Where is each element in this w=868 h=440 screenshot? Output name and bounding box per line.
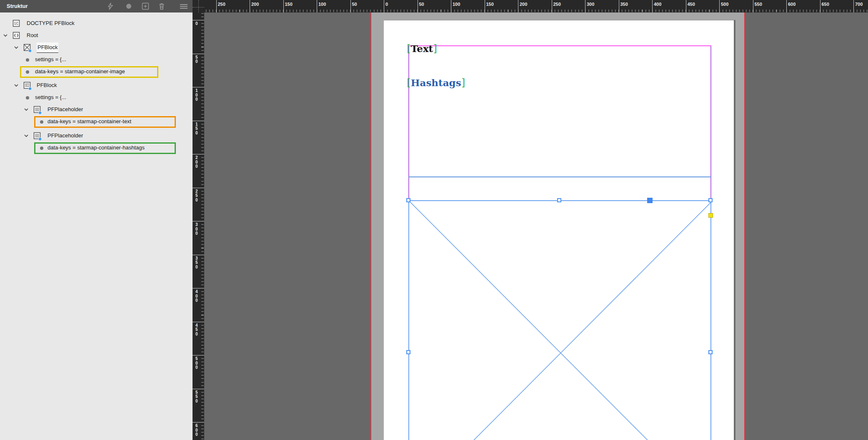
lightning-icon[interactable] (106, 2, 115, 10)
chevron-down-icon[interactable] (13, 82, 19, 88)
ruler-major-tick (350, 0, 351, 12)
ruler-major-tick (193, 87, 204, 87)
ruler-tick-label: 200 (520, 2, 527, 7)
ruler-tick-label: 500 (721, 2, 728, 7)
ruler-tick-label: 200 (251, 2, 259, 7)
frame-handle-top-right[interactable] (708, 198, 713, 202)
tree-label: PFPlaceholder (48, 131, 83, 141)
ruler-tick-label: 100 (453, 2, 460, 7)
tree-row-settings[interactable]: settings = {... (0, 92, 193, 102)
horizontal-ruler[interactable]: 2502001501005005010015020025030035040045… (204, 0, 868, 12)
tree-row-datakeys-text[interactable]: data-keys = starmap-container-text (0, 117, 193, 127)
record-circle-icon[interactable] (125, 2, 133, 10)
text-placeholder-label[interactable]: [Text] (407, 43, 437, 55)
xml-tag-icon (13, 32, 20, 39)
chevron-down-icon[interactable] (23, 107, 29, 112)
attribute-bullet-icon (26, 96, 29, 99)
ruler-major-tick (686, 0, 686, 12)
bleed-guide-left (370, 12, 371, 440)
tree-row-pfplaceholder-hashtags[interactable]: PFPlaceholder (0, 131, 193, 141)
ruler-tick-label: 5 5 0 (195, 390, 198, 404)
tag-bracket-open: [ (407, 42, 411, 55)
structure-panel-header: Struktur (0, 0, 193, 12)
tree-row-datakeys-image[interactable]: data-keys = starmap-container-image (0, 67, 193, 77)
ruler-tick-label: 5 0 0 (195, 357, 198, 370)
ruler-major-tick (418, 0, 418, 12)
ruler-tick-label: 650 (822, 2, 829, 7)
ruler-major-tick (451, 0, 451, 12)
ruler-major-tick (518, 0, 518, 12)
tree-label: DOCTYPE PFBlock (27, 18, 75, 28)
frame-handle-top-left[interactable] (406, 198, 410, 202)
ruler-tick-label: 600 (788, 2, 795, 7)
ruler-tick-label: 5 0 (195, 55, 198, 64)
frame-handle-mid-left[interactable] (406, 350, 410, 354)
bleed-guide-right (744, 12, 745, 440)
ruler-major-tick (193, 288, 204, 288)
tree-row-pfblock-text[interactable]: PFBlock (0, 80, 193, 90)
attribute-bullet-icon (26, 58, 29, 62)
ruler-major-tick (485, 0, 485, 12)
ruler-tick-label: 50 (352, 2, 357, 7)
tree-row-datakeys-hashtags[interactable]: data-keys = starmap-container-hashtags (0, 143, 193, 153)
ruler-major-tick (216, 0, 217, 12)
tree-label: settings = {... (35, 92, 66, 102)
tree-row-settings[interactable]: settings = {... (0, 55, 193, 65)
tree-label: PFBlock (37, 42, 58, 53)
add-element-icon[interactable] (141, 2, 150, 10)
ruler-major-tick (853, 0, 854, 12)
ruler-major-tick (283, 0, 284, 12)
tree-label: data-keys = starmap-container-text (48, 117, 131, 127)
ruler-origin-crosshair-icon (193, 7, 204, 7)
ruler-major-tick (193, 221, 204, 221)
ruler-tick-label: 4 5 0 (195, 323, 198, 337)
vertical-ruler[interactable]: 05 01 0 01 5 02 0 02 5 03 0 03 5 04 0 04… (193, 12, 204, 440)
chevron-down-icon[interactable] (23, 133, 29, 139)
ruler-major-tick (820, 0, 820, 12)
ruler-origin-corner[interactable] (193, 0, 204, 12)
ruler-origin-crosshair-icon (198, 0, 199, 12)
hashtags-placeholder-label[interactable]: [Hashtags] (407, 77, 465, 89)
placeholder-separator-line (408, 176, 711, 177)
ruler-major-tick (193, 322, 204, 322)
frame-handle-top-center[interactable] (557, 198, 561, 202)
attribute-bullet-icon (26, 70, 29, 74)
ruler-major-tick (786, 0, 787, 12)
tree-label: PFBlock (37, 80, 57, 90)
ruler-major-tick (552, 0, 552, 12)
doctype-icon (13, 20, 20, 27)
ruler-tick-label: 50 (419, 2, 424, 7)
tree-row-doctype[interactable]: DOCTYPE PFBlock (0, 18, 193, 28)
ruler-tick-label: 150 (285, 2, 293, 7)
ruler-tick-label: 1 5 0 (195, 122, 198, 136)
tree-row-pfblock-image[interactable]: PFBlock (0, 42, 193, 52)
chevron-down-icon[interactable] (13, 45, 19, 50)
ruler-major-tick (719, 0, 720, 12)
ruler-tick-label: 300 (587, 2, 594, 7)
frame-handle-mid-right[interactable] (708, 350, 713, 354)
ruler-tick-label: 400 (654, 2, 661, 7)
tree-row-root[interactable]: Root (0, 30, 193, 40)
ruler-major-tick (193, 54, 204, 54)
chevron-down-icon[interactable] (3, 32, 8, 38)
ruler-tick-label: 0 (195, 22, 198, 26)
corner-options-adornment[interactable] (708, 213, 713, 218)
ruler-tick-label: 2 5 0 (195, 189, 198, 203)
ruler-tick-label: 150 (486, 2, 494, 7)
panel-menu-icon[interactable] (179, 2, 188, 10)
tree-label: PFPlaceholder (48, 104, 83, 114)
ruler-major-tick (193, 255, 204, 255)
ruler-major-tick (193, 121, 204, 121)
structure-panel: Struktur DOCTYPE PFBlock (0, 0, 193, 440)
tree-row-pfplaceholder-text[interactable]: PFPlaceholder (0, 104, 193, 114)
ruler-major-tick (652, 0, 653, 12)
selected-image-frame[interactable] (408, 200, 711, 440)
ruler-tick-label: 3 5 0 (195, 256, 198, 270)
trash-icon[interactable] (158, 2, 166, 10)
ruler-major-tick (193, 188, 204, 188)
text-frame-top-edge (408, 45, 711, 46)
ruler-major-tick (585, 0, 585, 12)
attribute-indicator-dot (28, 87, 32, 90)
anchored-object-adornment[interactable] (647, 198, 653, 203)
ruler-major-tick (193, 389, 204, 389)
